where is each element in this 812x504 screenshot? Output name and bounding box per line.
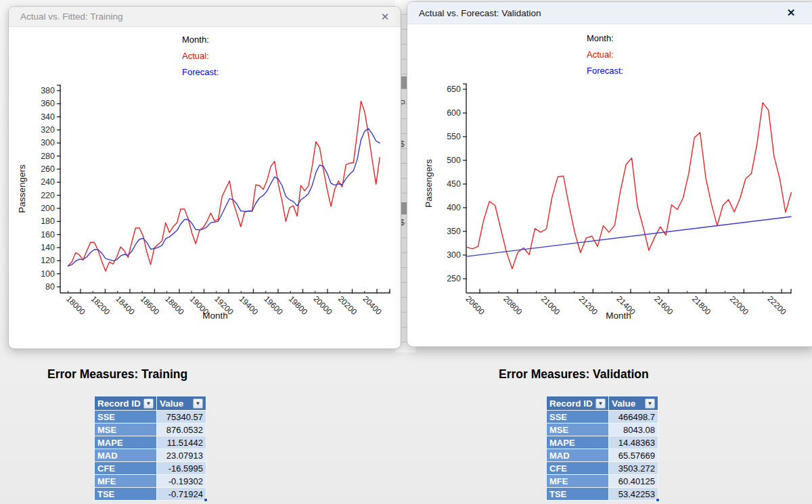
svg-text:100: 100 xyxy=(41,269,55,279)
table-row: SSE466498.7 xyxy=(547,411,658,423)
svg-text:400: 400 xyxy=(447,203,461,212)
actual-line xyxy=(467,103,792,269)
svg-text:220: 220 xyxy=(41,191,55,200)
svg-text:21000: 21000 xyxy=(539,294,562,317)
svg-text:22200: 22200 xyxy=(765,294,788,317)
svg-text:550: 550 xyxy=(447,132,461,141)
svg-text:18400: 18400 xyxy=(114,294,137,317)
svg-text:250: 250 xyxy=(447,274,461,283)
filter-dropdown-icon[interactable]: ▼ xyxy=(143,398,154,409)
record-id-cell: MAD xyxy=(547,449,609,462)
svg-text:360: 360 xyxy=(41,99,55,108)
record-id-cell: SSE xyxy=(95,411,157,423)
svg-text:80: 80 xyxy=(45,282,55,292)
svg-text:240: 240 xyxy=(41,177,55,187)
column-header-record-id: Record ID▼ xyxy=(95,396,157,411)
svg-text:500: 500 xyxy=(447,156,461,165)
filter-dropdown-icon[interactable]: ▼ xyxy=(645,398,655,409)
svg-text:300: 300 xyxy=(41,138,55,147)
svg-text:120: 120 xyxy=(41,256,55,265)
column-header-record-id: Record ID▼ xyxy=(547,396,609,411)
svg-text:20200: 20200 xyxy=(336,294,359,317)
svg-text:19400: 19400 xyxy=(238,294,261,317)
value-cell: -0.19302 xyxy=(157,475,206,488)
svg-text:280: 280 xyxy=(41,152,55,161)
svg-text:450: 450 xyxy=(447,179,461,189)
svg-text:600: 600 xyxy=(447,108,461,118)
training-window-title: Actual vs. Fitted: Training xyxy=(20,12,123,22)
record-id-cell: TSE xyxy=(547,488,609,501)
value-cell: 53.42253 xyxy=(609,488,658,501)
svg-text:18000: 18000 xyxy=(64,294,87,317)
training-chart: 8010012014016018020022024026028030032034… xyxy=(9,27,402,350)
record-id-cell: CFE xyxy=(95,462,157,475)
svg-text:380: 380 xyxy=(41,86,55,95)
table-row: CFE3503.272 xyxy=(547,462,658,475)
svg-text:180: 180 xyxy=(41,216,55,226)
fill-handle[interactable] xyxy=(656,498,660,502)
svg-text:19600: 19600 xyxy=(262,294,285,317)
window-validation: Actual vs. Forecast: Validation ✕ Month:… xyxy=(407,1,812,347)
svg-text:200: 200 xyxy=(41,204,55,213)
table-row: MAPE14.48363 xyxy=(547,436,658,449)
close-icon: ✕ xyxy=(787,7,796,18)
svg-text:140: 140 xyxy=(41,243,55,252)
filter-dropdown-icon[interactable]: ▼ xyxy=(595,398,606,409)
svg-text:21200: 21200 xyxy=(577,294,600,317)
value-cell: 466498.7 xyxy=(609,411,658,423)
table-row: MAD23.07913 xyxy=(95,449,206,462)
value-cell: 60.40125 xyxy=(609,475,658,488)
validation-close-button[interactable]: ✕ xyxy=(782,5,800,21)
record-id-cell: SSE xyxy=(547,411,609,423)
table-row: SSE75340.57 xyxy=(95,411,206,423)
svg-text:160: 160 xyxy=(41,230,55,239)
value-cell: 3503.272 xyxy=(609,462,658,475)
svg-text:21800: 21800 xyxy=(690,294,713,317)
record-id-cell: MFE xyxy=(547,475,609,488)
close-icon: ✕ xyxy=(381,11,390,22)
training-window-titlebar[interactable]: Actual vs. Fitted: Training ✕ xyxy=(9,7,401,27)
record-id-cell: TSE xyxy=(95,488,157,501)
svg-text:340: 340 xyxy=(41,112,55,122)
column-header-label: Value xyxy=(612,398,643,409)
record-id-cell: MSE xyxy=(95,423,157,436)
value-cell: 14.48363 xyxy=(609,436,658,449)
svg-text:18800: 18800 xyxy=(163,294,186,317)
training-error-heading: Error Measures: Training xyxy=(47,367,187,382)
validation-error-heading: Error Measures: Validation xyxy=(499,367,649,382)
table-row: MSE876.0532 xyxy=(95,423,206,436)
window-training: Actual vs. Fitted: Training ✕ Month: Act… xyxy=(8,6,401,349)
svg-text:20000: 20000 xyxy=(311,294,334,317)
svg-text:19800: 19800 xyxy=(287,294,310,317)
column-header-value: Value▼ xyxy=(157,396,206,411)
svg-text:300: 300 xyxy=(447,250,461,260)
filter-dropdown-icon[interactable]: ▼ xyxy=(193,398,203,409)
svg-text:20600: 20600 xyxy=(464,294,487,317)
training-close-button[interactable]: ✕ xyxy=(376,9,394,25)
svg-text:650: 650 xyxy=(447,85,461,94)
validation-window-title: Actual vs. Forecast: Validation xyxy=(419,8,541,18)
error-table-validation: Record ID▼Value▼SSE466498.7MSE8043.08MAP… xyxy=(546,396,658,501)
svg-text:Passengers: Passengers xyxy=(17,164,27,213)
record-id-cell: CFE xyxy=(547,462,609,475)
svg-text:260: 260 xyxy=(41,164,55,174)
value-cell: 23.07913 xyxy=(157,449,206,462)
column-header-label: Record ID xyxy=(549,398,593,409)
column-header-label: Record ID xyxy=(97,398,141,409)
record-id-cell: MSE xyxy=(547,423,609,436)
svg-text:Month: Month xyxy=(606,311,631,321)
record-id-cell: MAPE xyxy=(547,436,609,449)
table-row: TSE53.42253 xyxy=(547,488,658,501)
value-cell: 11.51442 xyxy=(157,436,206,449)
fill-handle[interactable] xyxy=(204,498,208,502)
svg-text:18200: 18200 xyxy=(89,294,112,317)
table-row: MAPE11.51442 xyxy=(95,436,206,449)
value-cell: -16.5995 xyxy=(157,462,206,475)
actual-line xyxy=(68,101,380,271)
svg-text:20800: 20800 xyxy=(501,294,524,317)
table-row: MAD65.57669 xyxy=(547,449,658,462)
svg-text:21600: 21600 xyxy=(652,294,675,317)
validation-window-titlebar[interactable]: Actual vs. Forecast: Validation ✕ xyxy=(407,2,812,24)
value-cell: 876.0532 xyxy=(157,423,206,436)
desktop-background: P $ $ Actual vs. Fitted: Training ✕ Mont… xyxy=(0,0,812,504)
